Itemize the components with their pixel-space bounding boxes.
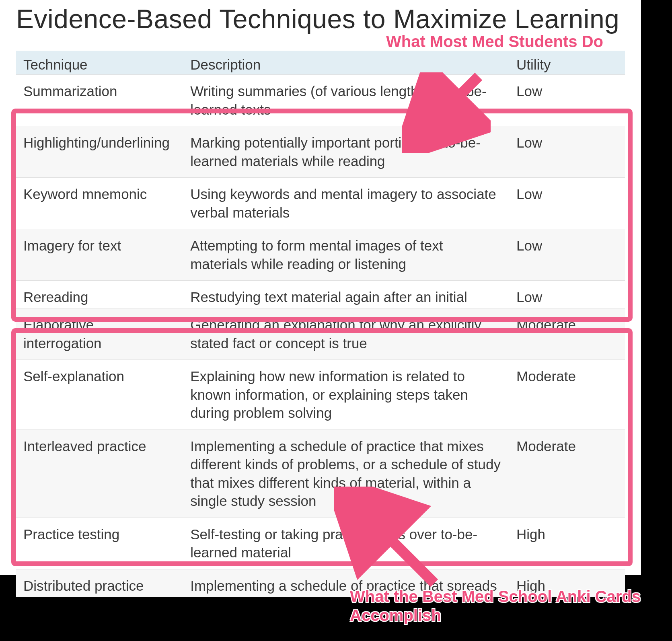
cell-technique: Imagery for text [16, 229, 183, 281]
cell-utility: Low [509, 229, 625, 281]
page-title: Evidence-Based Techniques to Maximize Le… [16, 4, 625, 35]
table-row: Distributed practice Implementing a sche… [16, 569, 625, 597]
document-page: Evidence-Based Techniques to Maximize Le… [0, 0, 641, 575]
table-row: Self-explanation Explaining how new info… [16, 360, 625, 430]
cell-utility: Moderate [509, 360, 625, 430]
cell-utility: Moderate [509, 429, 625, 518]
cell-description: Implementing a schedule of practice that… [183, 569, 509, 597]
cell-description: Generating an explanation for why an exp… [183, 308, 509, 360]
col-technique: Technique [16, 51, 183, 75]
table-row: Summarization Writing summaries (of vari… [16, 75, 625, 126]
table-row: Imagery for text Attempting to form ment… [16, 229, 625, 281]
cell-description: Attempting to form mental images of text… [183, 229, 509, 281]
cell-technique: Rereading [16, 281, 183, 308]
col-description: Description [183, 51, 509, 75]
col-utility: Utility [509, 51, 625, 75]
cell-description: Using keywords and mental imagery to ass… [183, 178, 509, 229]
table-row: Keyword mnemonic Using keywords and ment… [16, 178, 625, 229]
cell-utility: Low [509, 281, 625, 308]
cell-technique: Distributed practice [16, 569, 183, 597]
cell-technique: Practice testing [16, 518, 183, 569]
cell-technique: Keyword mnemonic [16, 178, 183, 229]
table-row: Interleaved practice Implementing a sche… [16, 429, 625, 518]
cell-utility: Moderate [509, 308, 625, 360]
table-header-row: Technique Description Utility [16, 51, 625, 75]
cell-technique: Self-explanation [16, 360, 183, 430]
cell-technique: Summarization [16, 75, 183, 126]
table-row: Elaborative interrogation Generating an … [16, 308, 625, 360]
cell-description: Implementing a schedule of practice that… [183, 429, 509, 518]
cell-description: Writing summaries (of various lengths) o… [183, 75, 509, 126]
cell-description: Marking potentially important portions o… [183, 126, 509, 178]
table-row: Rereading Restudying text material again… [16, 281, 625, 308]
cell-technique: Elaborative interrogation [16, 308, 183, 360]
table-row: Highlighting/underlining Marking potenti… [16, 126, 625, 178]
cell-description: Self-testing or taking practice tests ov… [183, 518, 509, 569]
table-row: Practice testing Self-testing or taking … [16, 518, 625, 569]
cell-utility: High [509, 518, 625, 569]
cell-description-clip: Restudying text material again after an … [190, 288, 502, 308]
cell-utility: Low [509, 178, 625, 229]
cell-description: Explaining how new information is relate… [183, 360, 509, 430]
cell-description: Restudying text material again after an … [183, 281, 509, 308]
cell-utility: Low [509, 126, 625, 178]
cell-technique: Highlighting/underlining [16, 126, 183, 178]
cell-technique: Interleaved practice [16, 429, 183, 518]
cell-description-clip: Implementing a schedule of practice that… [190, 577, 502, 597]
cell-utility: High [509, 569, 625, 597]
techniques-table: Technique Description Utility Summarizat… [16, 51, 625, 597]
cell-utility: Low [509, 75, 625, 126]
